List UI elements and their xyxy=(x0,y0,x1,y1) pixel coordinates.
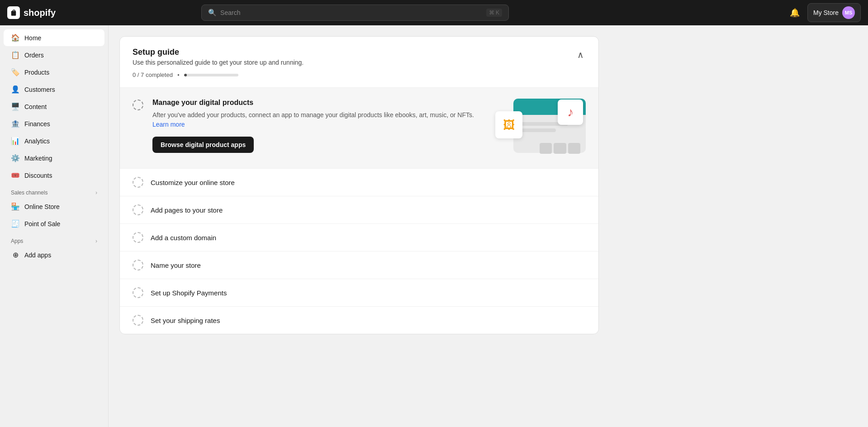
shopify-logo[interactable]: shopify xyxy=(7,6,56,19)
task-checkbox-custom-domain xyxy=(133,232,143,243)
task-label-custom-domain: Add a custom domain xyxy=(151,234,216,242)
sidebar-item-home[interactable]: 🏠 Home xyxy=(4,29,104,46)
sidebar-item-content[interactable]: 🖥️ Content xyxy=(4,98,104,115)
collapse-icon: ∧ xyxy=(577,50,584,60)
task-checkbox-shipping xyxy=(133,315,143,326)
sales-channels-chevron-icon: › xyxy=(95,190,97,196)
home-icon: 🏠 xyxy=(11,33,20,42)
task-checkbox-customize xyxy=(133,177,143,188)
sidebar-item-customers[interactable]: 👤 Customers xyxy=(4,81,104,98)
illustration-grid-item-1 xyxy=(540,143,552,154)
task-list-item-shopify-payments[interactable]: Set up Shopify Payments xyxy=(120,279,598,306)
sales-channels-section: Sales channels › xyxy=(0,184,108,198)
task-list-item-shipping[interactable]: Set your shipping rates xyxy=(120,306,598,334)
setup-guide-card: Setup guide Use this personalized guide … xyxy=(119,36,599,334)
sidebar-item-point-of-sale[interactable]: 🧾 Point of Sale xyxy=(4,215,104,232)
sales-channels-label: Sales channels xyxy=(11,190,47,196)
active-task-description: After you've added your products, connec… xyxy=(152,110,486,129)
sidebar-item-products-label: Products xyxy=(24,69,49,76)
illustration-line-2 xyxy=(519,128,556,132)
progress-text: 0 / 7 completed xyxy=(133,71,173,78)
active-task: Manage your digital products After you'v… xyxy=(120,88,598,168)
search-placeholder-text: Search xyxy=(220,9,240,16)
sidebar-item-marketing[interactable]: ⚙️ Marketing xyxy=(4,150,104,166)
sidebar-item-customers-label: Customers xyxy=(24,86,55,93)
illustration-container: ♪ 🖼 xyxy=(495,99,586,157)
sidebar-item-products[interactable]: 🏷️ Products xyxy=(4,64,104,81)
task-checkbox-name-store xyxy=(133,260,143,270)
sidebar-item-analytics-label: Analytics xyxy=(24,138,50,145)
task-label-customize: Customize your online store xyxy=(151,179,235,186)
setup-guide-title: Setup guide xyxy=(133,47,304,57)
sidebar-item-add-apps-label: Add apps xyxy=(24,251,51,259)
products-icon: 🏷️ xyxy=(11,68,20,76)
apps-label: Apps xyxy=(11,238,23,244)
sidebar-item-marketing-label: Marketing xyxy=(24,155,52,162)
sidebar-item-online-store-label: Online Store xyxy=(24,203,60,210)
add-apps-icon: ⊕ xyxy=(11,251,20,259)
active-task-checkbox[interactable] xyxy=(133,100,143,110)
notifications-button[interactable]: 🔔 xyxy=(787,5,802,20)
illustration-photo-icon: 🖼 xyxy=(495,111,522,138)
sidebar-item-orders[interactable]: 📋 Orders xyxy=(4,47,104,63)
online-store-icon: 🏪 xyxy=(11,202,20,211)
task-list-item-customize[interactable]: Customize your online store xyxy=(120,168,598,196)
sidebar-item-online-store[interactable]: 🏪 Online Store xyxy=(4,198,104,215)
sidebar-item-finances[interactable]: 🏦 Finances xyxy=(4,115,104,132)
active-task-content: Manage your digital products After you'v… xyxy=(152,99,486,153)
task-label-shopify-payments: Set up Shopify Payments xyxy=(151,289,227,297)
content-icon: 🖥️ xyxy=(11,102,20,111)
progress-bar xyxy=(184,74,238,76)
topnav-right: 🔔 My Store MS xyxy=(787,3,861,22)
discounts-icon: 🎟️ xyxy=(11,171,20,180)
task-list: Customize your online store Add pages to… xyxy=(120,168,598,334)
learn-more-link[interactable]: Learn more xyxy=(152,121,185,128)
task-label-add-pages: Add pages to your store xyxy=(151,206,223,214)
task-label-shipping: Set your shipping rates xyxy=(151,317,220,324)
top-navigation: shopify 🔍 Search ⌘ K 🔔 My Store MS xyxy=(0,0,868,25)
sidebar-item-home-label: Home xyxy=(24,34,41,42)
progress-fill xyxy=(184,74,187,76)
active-task-title: Manage your digital products xyxy=(152,99,486,107)
task-illustration: ♪ 🖼 xyxy=(495,99,586,157)
avatar: MS xyxy=(842,6,855,19)
task-checkbox-shopify-payments xyxy=(133,287,143,298)
task-checkbox-add-pages xyxy=(133,204,143,215)
sidebar-item-point-of-sale-label: Point of Sale xyxy=(24,220,60,228)
marketing-icon: ⚙️ xyxy=(11,154,20,162)
store-button[interactable]: My Store MS xyxy=(807,3,861,22)
sidebar-item-discounts[interactable]: 🎟️ Discounts xyxy=(4,167,104,184)
search-bar[interactable]: 🔍 Search ⌘ K xyxy=(201,5,509,21)
illustration-music-icon: ♪ xyxy=(558,100,583,125)
sidebar-item-discounts-label: Discounts xyxy=(24,172,52,179)
search-shortcut: ⌘ K xyxy=(486,9,502,17)
sidebar-item-finances-label: Finances xyxy=(24,120,50,128)
task-label-name-store: Name your store xyxy=(151,261,201,269)
sidebar-item-analytics[interactable]: 📊 Analytics xyxy=(4,133,104,149)
customers-icon: 👤 xyxy=(11,85,20,94)
store-name-label: My Store xyxy=(813,9,839,16)
task-list-item-add-pages[interactable]: Add pages to your store xyxy=(120,196,598,223)
analytics-icon: 📊 xyxy=(11,137,20,145)
task-list-item-name-store[interactable]: Name your store xyxy=(120,251,598,279)
sidebar-item-add-apps[interactable]: ⊕ Add apps xyxy=(4,247,104,263)
collapse-button[interactable]: ∧ xyxy=(575,47,586,62)
setup-guide-header-content: Setup guide Use this personalized guide … xyxy=(133,47,304,78)
illustration-grid-item-2 xyxy=(554,143,566,154)
app-body: 🏠 Home 📋 Orders 🏷️ Products 👤 Customers … xyxy=(0,25,868,427)
finances-icon: 🏦 xyxy=(11,119,20,128)
illustration-grid-item-3 xyxy=(568,143,580,154)
point-of-sale-icon: 🧾 xyxy=(11,219,20,228)
progress-dot: ● xyxy=(177,73,180,77)
sidebar-item-orders-label: Orders xyxy=(24,52,44,59)
browse-apps-button[interactable]: Browse digital product apps xyxy=(152,137,254,153)
sidebar-item-content-label: Content xyxy=(24,103,47,110)
apps-chevron-icon: › xyxy=(95,238,97,244)
apps-section: Apps › xyxy=(0,232,108,246)
logo-bag-icon xyxy=(7,6,20,19)
illustration-grid xyxy=(540,143,580,154)
main-content: Setup guide Use this personalized guide … xyxy=(109,25,868,427)
task-list-item-custom-domain[interactable]: Add a custom domain xyxy=(120,223,598,251)
setup-guide-subtitle: Use this personalized guide to get your … xyxy=(133,59,304,66)
bell-icon: 🔔 xyxy=(790,8,800,18)
